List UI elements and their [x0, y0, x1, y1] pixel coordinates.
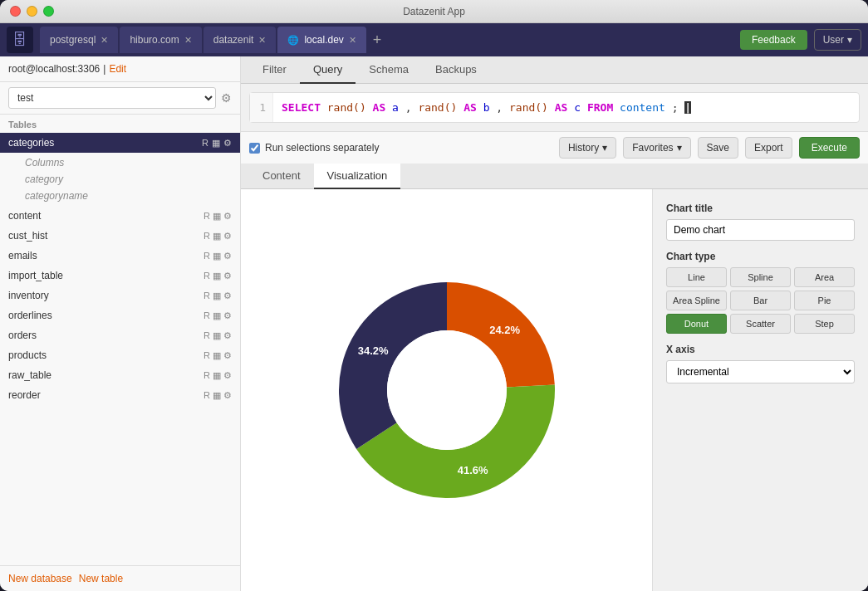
table-item-categories[interactable]: categories R ▦ ⚙ — [0, 133, 240, 153]
table-item-emails[interactable]: emails R ▦ ⚙ — [0, 246, 240, 266]
table-name: emails — [8, 250, 204, 261]
table-name: orderlines — [8, 310, 204, 321]
add-tab-button[interactable]: + — [368, 32, 387, 47]
visualization-area: 24.2%41.6%34.2% 24.2% 41.6% 34.2% Chart … — [241, 189, 868, 591]
app-window: Datazenit App 🗄 postgresql ✕ hiburo.com … — [0, 0, 868, 591]
tab-localdev[interactable]: 🌐 local.dev ✕ — [277, 27, 365, 53]
table-item-reorder[interactable]: reorder R ▦ ⚙ — [0, 385, 240, 405]
close-button[interactable] — [10, 6, 21, 17]
chart-title-input[interactable] — [666, 219, 855, 241]
table-item-raw_table[interactable]: raw_table R ▦ ⚙ — [0, 365, 240, 385]
tab-label: local.dev — [304, 34, 343, 46]
run-selections-row: Run selections separately — [249, 142, 552, 154]
run-selections-checkbox[interactable] — [249, 143, 260, 154]
tab-close-localdev[interactable]: ✕ — [349, 36, 356, 45]
chart-type-donut[interactable]: Donut — [666, 314, 727, 334]
chart-type-spline[interactable]: Spline — [730, 267, 791, 287]
query-text-area[interactable]: SELECT rand() AS a , rand() AS b , rand(… — [273, 93, 859, 122]
window-controls — [10, 6, 54, 17]
table-name: cust_hist — [8, 230, 204, 242]
chart-type-pie[interactable]: Pie — [794, 291, 855, 310]
database-row: test ⚙ — [0, 82, 240, 115]
execute-button[interactable]: Execute — [799, 137, 860, 159]
tab-filter[interactable]: Filter — [249, 56, 300, 84]
table-actions: R ▦ ⚙ — [204, 291, 232, 301]
donut-hole — [387, 330, 507, 450]
columns-label: Columns — [18, 154, 232, 171]
database-select[interactable]: test — [8, 87, 216, 109]
columns-header: Columns — [25, 157, 64, 169]
favorites-button[interactable]: Favorites ▾ — [623, 137, 690, 159]
history-label: History — [568, 142, 599, 154]
table-item-products[interactable]: products R ▦ ⚙ — [0, 345, 240, 365]
chart-type-bar[interactable]: Bar — [730, 291, 791, 310]
table-actions: R ▦ ⚙ — [204, 211, 232, 222]
tab-label: postgresql — [50, 34, 96, 46]
func-rand-a: rand() — [327, 101, 366, 114]
edit-link[interactable]: Edit — [109, 63, 126, 75]
table-item-orderlines[interactable]: orderlines R ▦ ⚙ — [0, 305, 240, 325]
table-name: content — [8, 210, 204, 222]
tab-close-hiburo[interactable]: ✕ — [184, 36, 192, 45]
export-button[interactable]: Export — [745, 137, 792, 159]
table-actions: R ▦ ⚙ — [204, 330, 232, 341]
chart-type-scatter[interactable]: Scatter — [730, 314, 791, 334]
chart-type-step[interactable]: Step — [794, 314, 855, 334]
table-name: categories — [8, 137, 202, 149]
table-item-import_table[interactable]: import_table R ▦ ⚙ — [0, 266, 240, 286]
tab-close-datazenit[interactable]: ✕ — [258, 36, 266, 45]
keyword-as-a: AS — [373, 101, 386, 114]
gear-icon[interactable]: ⚙ — [221, 91, 232, 105]
xaxis-select[interactable]: Incremental — [666, 360, 855, 383]
tab-datazenit[interactable]: datazenit ✕ — [204, 27, 277, 53]
user-menu-button[interactable]: User ▾ — [814, 29, 861, 51]
table-name: raw_table — [8, 369, 204, 381]
table-actions: R ▦ ⚙ — [204, 231, 232, 242]
table-item-orders[interactable]: orders R ▦ ⚙ — [0, 325, 240, 345]
tab-backups[interactable]: Backups — [422, 56, 490, 84]
content-panel: Filter Query Schema Backups 1 SELECT ran… — [241, 56, 868, 591]
chart-container: 24.2%41.6%34.2% 24.2% 41.6% 34.2% — [241, 189, 652, 591]
maximize-button[interactable] — [43, 6, 54, 17]
segment-label: 34.2% — [357, 344, 388, 357]
feedback-button[interactable]: Feedback — [740, 30, 807, 50]
table-actions: R ▦ ⚙ — [204, 370, 232, 381]
tables-label: Tables — [0, 115, 240, 133]
tab-postgresql[interactable]: postgresql ✕ — [40, 27, 118, 53]
table-ref: content — [620, 101, 665, 114]
new-database-button[interactable]: New database — [8, 573, 72, 584]
result-tab-content[interactable]: Content — [249, 164, 314, 189]
tab-hiburo[interactable]: hiburo.com ✕ — [120, 27, 201, 53]
connection-label: root@localhost:3306 — [8, 63, 100, 75]
table-name: orders — [8, 330, 204, 341]
table-actions: R ▦ ⚙ — [204, 251, 232, 261]
sidebar-connection: root@localhost:3306 | Edit — [0, 56, 240, 82]
tab-bar: 🗄 postgresql ✕ hiburo.com ✕ datazenit ✕ … — [0, 23, 868, 56]
sidebar-footer: New database New table — [0, 565, 240, 591]
chart-type-buttons: Line Spline Area Area Spline Bar Pie Don… — [666, 267, 855, 334]
chart-type-line[interactable]: Line — [666, 267, 727, 287]
tab-close-postgresql[interactable]: ✕ — [101, 36, 108, 45]
result-tab-visualization[interactable]: Visualization — [314, 164, 401, 189]
table-item-cust_hist[interactable]: cust_hist R ▦ ⚙ — [0, 226, 240, 246]
save-button[interactable]: Save — [698, 137, 738, 159]
chevron-down-icon: ▾ — [602, 142, 607, 154]
chart-type-label: Chart type — [666, 251, 855, 262]
keyword-from: FROM — [587, 101, 613, 114]
history-button[interactable]: History ▾ — [559, 137, 616, 159]
tab-query[interactable]: Query — [300, 56, 356, 84]
main-area: root@localhost:3306 | Edit test ⚙ Tables… — [0, 56, 868, 591]
column-category[interactable]: category — [18, 171, 232, 188]
chart-type-areaspline[interactable]: Area Spline — [666, 291, 727, 310]
inner-tab-bar: Filter Query Schema Backups — [241, 56, 868, 84]
donut-chart: 24.2%41.6%34.2% — [322, 266, 571, 515]
chart-type-area[interactable]: Area — [794, 267, 855, 287]
table-item-inventory[interactable]: inventory R ▦ ⚙ — [0, 286, 240, 305]
table-item-content[interactable]: content R ▦ ⚙ — [0, 206, 240, 226]
app-logo: 🗄 — [7, 27, 33, 53]
new-table-button[interactable]: New table — [79, 573, 123, 584]
cursor: | — [684, 101, 691, 114]
minimize-button[interactable] — [27, 6, 37, 17]
column-categoryname[interactable]: categoryname — [18, 188, 232, 204]
tab-schema[interactable]: Schema — [356, 56, 422, 84]
